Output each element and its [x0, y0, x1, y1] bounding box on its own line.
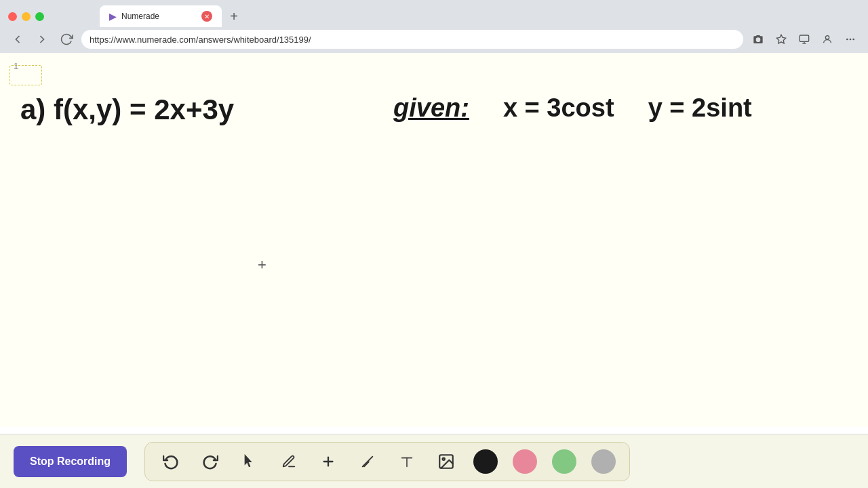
- back-button[interactable]: [8, 30, 27, 49]
- active-tab[interactable]: ▶ Numerade ✕: [100, 5, 222, 27]
- camera-button[interactable]: [749, 30, 768, 49]
- title-bar: ▶ Numerade ✕ +: [0, 0, 868, 27]
- svg-point-5: [846, 39, 848, 41]
- tab-favicon: ▶: [109, 12, 116, 22]
- svg-point-4: [825, 36, 829, 39]
- tab-close-button[interactable]: ✕: [201, 11, 212, 22]
- color-green-button[interactable]: [552, 449, 576, 474]
- svg-point-6: [850, 39, 852, 41]
- page-number: 1: [14, 61, 18, 71]
- given-text: given:: [393, 94, 469, 122]
- svg-marker-0: [776, 35, 785, 43]
- image-button[interactable]: [434, 449, 458, 474]
- svg-point-14: [443, 458, 445, 460]
- eraser-button[interactable]: [355, 449, 380, 474]
- tabs-bar: ▶ Numerade ✕ +: [52, 5, 291, 27]
- pen-tool-button[interactable]: [277, 449, 301, 474]
- equation-left-text: a) f(x,y) = 2x+3y: [20, 94, 234, 125]
- equation-right: given: x = 3cost y = 2sint: [393, 94, 752, 123]
- svg-rect-1: [800, 35, 808, 41]
- new-tab-button[interactable]: +: [224, 7, 243, 26]
- text-tool-button[interactable]: [395, 449, 419, 474]
- svg-line-10: [363, 456, 373, 466]
- star-button[interactable]: [772, 30, 791, 49]
- color-pink-button[interactable]: [513, 449, 537, 474]
- extensions-button[interactable]: [795, 30, 814, 49]
- equation-y: y = 2sint: [648, 94, 752, 123]
- bottom-toolbar: Stop Recording: [0, 434, 868, 488]
- tools-panel: [144, 442, 630, 481]
- window-controls: [8, 12, 44, 21]
- refresh-button[interactable]: [57, 30, 76, 49]
- browser-chrome: ▶ Numerade ✕ +: [0, 0, 868, 53]
- stop-recording-button[interactable]: Stop Recording: [14, 446, 127, 477]
- given-label: given:: [393, 94, 469, 123]
- svg-point-7: [852, 39, 854, 41]
- address-bar-row: [0, 27, 868, 53]
- profile-button[interactable]: [818, 30, 837, 49]
- maximize-button[interactable]: [35, 12, 44, 21]
- whiteboard: 1 a) f(x,y) = 2x+3y given: x = 3cost y =…: [0, 53, 868, 427]
- equation-x: x = 3cost: [503, 94, 614, 123]
- select-tool-button[interactable]: [237, 449, 262, 474]
- forward-button[interactable]: [33, 30, 52, 49]
- menu-button[interactable]: [841, 30, 860, 49]
- color-gray-button[interactable]: [591, 449, 616, 474]
- undo-button[interactable]: [159, 449, 183, 474]
- cursor: +: [258, 256, 267, 274]
- browser-toolbar-right: [749, 30, 860, 49]
- redo-button[interactable]: [198, 449, 222, 474]
- tab-title: Numerade: [121, 12, 159, 21]
- add-button[interactable]: [316, 449, 340, 474]
- minimize-button[interactable]: [22, 12, 31, 21]
- equation-left: a) f(x,y) = 2x+3y: [20, 94, 234, 126]
- address-input[interactable]: [81, 30, 743, 49]
- close-button[interactable]: [8, 12, 17, 21]
- color-black-button[interactable]: [473, 449, 498, 474]
